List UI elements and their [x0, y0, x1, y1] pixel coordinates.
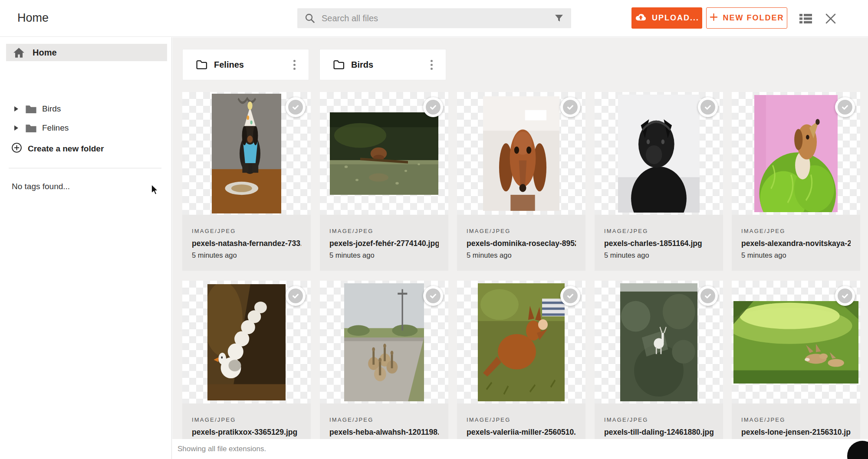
file-thumbnail[interactable]: [732, 281, 860, 403]
check-icon: [426, 100, 441, 115]
check-icon: [563, 289, 578, 303]
status-text: Showing all file extensions.: [178, 445, 266, 453]
photo-goat-mountain: [620, 283, 697, 401]
file-thumbnail[interactable]: [182, 92, 311, 215]
sidebar-item-felines[interactable]: Felines: [0, 120, 167, 136]
folder-outline-icon: [333, 60, 345, 70]
file-type: IMAGE/JPEG: [192, 228, 301, 234]
file-info: IMAGE/JPEG pexels-charles-1851164.jpg 5 …: [595, 215, 723, 271]
photo-dog-green-wrap: [754, 95, 838, 212]
new-folder-button[interactable]: NEW FOLDER: [706, 7, 787, 29]
select-checkmark[interactable]: [286, 286, 306, 306]
upload-button[interactable]: UPLOAD...: [631, 7, 702, 29]
filter-icon[interactable]: [554, 13, 564, 23]
file-thumbnail[interactable]: [457, 92, 585, 215]
file-thumbnail[interactable]: [595, 281, 723, 403]
status-bar: Showing all file extensions.: [172, 439, 868, 459]
search-input[interactable]: [322, 13, 554, 23]
file-name: pexels-natasha-fernandez-733...: [192, 239, 301, 248]
file-thumbnail[interactable]: [182, 281, 311, 403]
file-type: IMAGE/JPEG: [467, 416, 576, 423]
file-info: IMAGE/JPEG pexels-natasha-fernandez-733.…: [182, 215, 311, 271]
select-checkmark[interactable]: [286, 97, 306, 117]
file-type: IMAGE/JPEG: [467, 228, 576, 234]
file-type: IMAGE/JPEG: [329, 228, 439, 234]
sidebar-item-home[interactable]: Home: [6, 44, 167, 61]
plus-icon: [710, 13, 718, 23]
file-card[interactable]: IMAGE/JPEG pexels-natasha-fernandez-733.…: [182, 92, 311, 271]
file-time: 5 minutes ago: [604, 251, 713, 260]
photo-geese-road: [344, 283, 424, 401]
select-checkmark[interactable]: [423, 286, 443, 306]
file-thumbnail[interactable]: [595, 92, 723, 215]
caret-right-icon[interactable]: [14, 106, 18, 111]
select-checkmark[interactable]: [560, 286, 580, 306]
main-content: Felines Birds: [172, 37, 868, 459]
file-thumbnail[interactable]: [320, 281, 448, 403]
check-icon: [426, 289, 441, 303]
kebab-menu-icon[interactable]: [292, 58, 297, 72]
file-time: 5 minutes ago: [467, 251, 576, 260]
file-type: IMAGE/JPEG: [329, 416, 439, 423]
sidebar: Home Birds Felines Create a new fo: [0, 37, 172, 459]
file-card[interactable]: IMAGE/JPEG pexels-jozef-fehér-2774140.jp…: [320, 92, 448, 271]
file-name: pexels-heba-alwahsh-1201198...: [329, 427, 439, 437]
create-new-folder-button[interactable]: Create a new folder: [11, 142, 104, 155]
file-thumbnail[interactable]: [732, 92, 860, 215]
circle-plus-icon: [11, 142, 22, 155]
check-icon: [700, 289, 715, 303]
file-card[interactable]: IMAGE/JPEG pexels-alexandra-novitskaya-2…: [732, 92, 860, 271]
select-checkmark[interactable]: [835, 286, 855, 306]
no-tags-message: No tags found...: [12, 182, 70, 191]
page-title: Home: [17, 11, 49, 25]
file-type: IMAGE/JPEG: [741, 228, 851, 234]
file-card[interactable]: IMAGE/JPEG pexels-heba-alwahsh-1201198..…: [320, 281, 448, 459]
check-icon: [700, 100, 715, 115]
file-name: pexels-dominika-roseclay-8952...: [467, 239, 576, 248]
check-icon: [838, 289, 852, 303]
file-card[interactable]: IMAGE/JPEG pexels-till-daling-12461880.j…: [595, 281, 723, 459]
file-thumbnail[interactable]: [320, 92, 448, 215]
photo-black-pug: [618, 95, 700, 213]
file-time: 5 minutes ago: [741, 251, 851, 260]
file-time: 5 minutes ago: [329, 251, 439, 260]
kebab-menu-icon[interactable]: [429, 58, 434, 72]
select-checkmark[interactable]: [423, 97, 443, 117]
caret-right-icon[interactable]: [14, 125, 18, 131]
list-view-toggle-icon[interactable]: [799, 13, 812, 24]
folder-icon: [25, 104, 37, 114]
file-name: pexels-alexandra-novitskaya-2...: [741, 239, 851, 248]
select-checkmark[interactable]: [560, 97, 580, 117]
photo-party-dog: [212, 94, 281, 213]
select-checkmark[interactable]: [835, 97, 855, 117]
file-card[interactable]: IMAGE/JPEG pexels-charles-1851164.jpg 5 …: [595, 92, 723, 271]
sidebar-folder-label: Felines: [42, 123, 69, 133]
close-icon[interactable]: [825, 13, 836, 24]
cloud-upload-icon: [635, 13, 647, 24]
select-checkmark[interactable]: [698, 286, 718, 306]
folder-chip-label: Birds: [351, 60, 429, 70]
sidebar-item-birds[interactable]: Birds: [0, 101, 167, 117]
file-card[interactable]: IMAGE/JPEG pexels-pratikxox-3365129.jpg: [182, 281, 311, 459]
file-time: 5 minutes ago: [192, 251, 301, 260]
photo-rabbits-grass: [733, 301, 858, 384]
top-bar: Home UPLOAD... NEW FOLDER: [0, 0, 868, 37]
file-name: pexels-pratikxox-3365129.jpg: [192, 427, 301, 437]
file-thumbnail[interactable]: [457, 281, 585, 403]
search-box[interactable]: [297, 8, 571, 28]
file-info: IMAGE/JPEG pexels-alexandra-novitskaya-2…: [732, 215, 860, 271]
search-icon: [304, 13, 316, 24]
file-name: pexels-charles-1851164.jpg: [604, 239, 713, 248]
home-icon: [13, 47, 25, 58]
photo-swimming-dog: [330, 112, 438, 195]
file-card[interactable]: IMAGE/JPEG pexels-valeriia-miller-256051…: [457, 281, 585, 459]
file-card[interactable]: IMAGE/JPEG pexels-lone-jensen-2156310.jp…: [732, 281, 860, 459]
file-card[interactable]: IMAGE/JPEG pexels-dominika-roseclay-8952…: [457, 92, 585, 271]
file-manager-app: Home UPLOAD... NEW FOLDER: [0, 0, 868, 459]
folder-chip-birds[interactable]: Birds: [319, 49, 446, 80]
select-checkmark[interactable]: [698, 97, 718, 117]
check-icon: [288, 289, 303, 303]
photo-gulls: [207, 284, 286, 400]
check-icon: [838, 100, 852, 115]
folder-chip-felines[interactable]: Felines: [182, 49, 309, 80]
